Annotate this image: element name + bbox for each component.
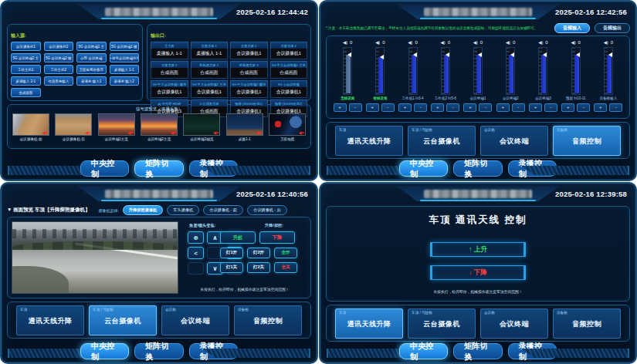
- raise-button[interactable]: 升起: [220, 231, 256, 244]
- input-source-button[interactable]: 录播盒 输入1: [76, 76, 107, 86]
- input-source-button[interactable]: 工作主机2: [44, 65, 74, 74]
- tab-central-control[interactable]: 中央控制: [399, 160, 448, 177]
- light2-off-button[interactable]: 灯2关: [247, 262, 270, 273]
- camera-tab-searchlight[interactable]: 升降探照摄像机: [123, 205, 163, 215]
- lower-button[interactable]: 下降: [259, 231, 295, 244]
- volume-slider[interactable]: [441, 47, 450, 95]
- volume-down-button[interactable]: -: [577, 103, 590, 112]
- all-lights-on-button[interactable]: 全开: [274, 248, 297, 258]
- preview-thumbnail[interactable]: ◀×会议终端2主流: [141, 113, 178, 141]
- input-source-button[interactable]: 5G 会议终端1 辅: [110, 42, 140, 51]
- volume-slider[interactable]: [408, 47, 418, 95]
- light1-off-button[interactable]: 灯1关: [220, 262, 243, 273]
- tab-central-control[interactable]: 中央控制: [80, 343, 129, 359]
- input-source-button[interactable]: 信息发布输入: [44, 76, 74, 86]
- volume-slider[interactable]: [538, 47, 547, 95]
- volume-up-button[interactable]: +: [529, 103, 542, 112]
- tab-matrix-switch[interactable]: 矩阵切换: [453, 343, 502, 359]
- pan-left-button[interactable]: <: [188, 247, 204, 259]
- module-audio-control[interactable]: 设备舱音频控制: [553, 126, 621, 156]
- preview-thumbnail[interactable]: ◀×会议终端1主流: [98, 113, 135, 141]
- input-source-button[interactable]: 工作主机1: [11, 65, 41, 74]
- volume-up-button[interactable]: +: [431, 103, 444, 112]
- preview-thumbnail[interactable]: ◀×会议摄像机-后: [55, 113, 92, 141]
- slider-handle[interactable]: [347, 52, 351, 57]
- volume-up-button[interactable]: +: [561, 103, 574, 112]
- module-ptz-camera[interactable]: 车顶 / 驾驶舱云台摄像机: [89, 305, 157, 335]
- antenna-lower-button[interactable]: ↓ 下降: [430, 265, 526, 280]
- camera-tab-conf-rear[interactable]: 会议摄像机 - 后: [247, 205, 287, 215]
- volume-slider[interactable]: [571, 47, 581, 95]
- preview-thumbnail[interactable]: ◀×会议摄像机-前: [12, 113, 49, 141]
- output-value[interactable]: 桌播输入 1-1: [151, 49, 188, 59]
- volume-down-button[interactable]: -: [609, 103, 622, 112]
- slider-handle[interactable]: [576, 52, 580, 57]
- volume-slider[interactable]: [506, 47, 515, 95]
- all-lights-off-button[interactable]: 全关: [274, 262, 297, 273]
- tab-matrix-switch[interactable]: 矩阵切换: [453, 160, 502, 177]
- tab-matrix-switch[interactable]: 矩阵切换: [134, 160, 183, 177]
- slider-handle[interactable]: [543, 52, 547, 57]
- slider-handle[interactable]: [413, 52, 417, 57]
- volume-slider[interactable]: [343, 47, 352, 95]
- input-source-button[interactable]: 录播盒 输入2: [110, 76, 140, 86]
- module-audio-control[interactable]: 设备舱音频控制: [553, 308, 621, 339]
- slider-handle[interactable]: [608, 52, 612, 57]
- input-source-button[interactable]: 会议摄像机2: [44, 42, 74, 51]
- volume-slider[interactable]: [473, 47, 483, 95]
- input-source-button[interactable]: 小型 会议终端: [76, 53, 107, 62]
- module-audio-control[interactable]: 设备舱音频控制: [234, 305, 302, 335]
- input-source-button[interactable]: 卫星电视接收器: [76, 65, 107, 74]
- output-value[interactable]: 会议摄像机1: [151, 87, 188, 98]
- preview-thumbnail[interactable]: ◀×会议终端2辅流: [183, 113, 220, 141]
- slider-handle[interactable]: [446, 52, 449, 57]
- audio-output-button[interactable]: 音频输出: [595, 23, 630, 33]
- output-value[interactable]: 会议摄像机1: [230, 87, 268, 98]
- input-source-button[interactable]: 5G 会议终端2 主: [11, 53, 41, 62]
- output-value[interactable]: 会议摄像机1: [230, 49, 268, 59]
- volume-up-button[interactable]: +: [496, 103, 510, 112]
- preview-thumbnail[interactable]: ◀×桌播1-1: [226, 113, 263, 141]
- slider-handle[interactable]: [510, 52, 514, 57]
- volume-up-button[interactable]: +: [463, 103, 476, 112]
- output-value[interactable]: 桌播输入 1-1: [191, 49, 229, 59]
- module-conference-terminal[interactable]: 会议舱会议终端: [161, 305, 229, 335]
- tab-matrix-switch[interactable]: 矩阵切换: [134, 343, 183, 359]
- volume-down-button[interactable]: -: [512, 103, 525, 112]
- camera-tab-front[interactable]: 车头摄像机: [167, 205, 199, 215]
- input-source-button[interactable]: 5G 会议终端1 主: [76, 42, 107, 51]
- module-antenna-lift[interactable]: 车顶通讯天线升降: [335, 308, 403, 339]
- slider-handle[interactable]: [478, 52, 482, 57]
- input-source-button[interactable]: 桌播输入 2-1: [11, 76, 41, 86]
- output-value[interactable]: 合成画面: [191, 68, 229, 79]
- camera-tab-conf-front[interactable]: 会议摄像机 - 前: [203, 205, 243, 215]
- light1-on-button[interactable]: 灯1开: [220, 248, 243, 258]
- module-ptz-camera[interactable]: 车顶 / 驾驶舱云台摄像机: [408, 308, 476, 339]
- output-value[interactable]: 会议摄像机1: [191, 87, 229, 98]
- audio-input-button[interactable]: 音频输入: [554, 23, 590, 33]
- volume-up-button[interactable]: +: [398, 103, 412, 112]
- output-value[interactable]: 合成画面: [230, 68, 268, 79]
- module-conference-terminal[interactable]: 会议舱会议终端: [480, 308, 548, 339]
- output-value[interactable]: 合成画面: [270, 68, 308, 79]
- volume-down-button[interactable]: -: [414, 103, 427, 112]
- volume-down-button[interactable]: -: [446, 103, 459, 112]
- input-source-button[interactable]: 5G 会议终端2 辅: [44, 53, 74, 62]
- output-value[interactable]: 会议摄像机1: [270, 87, 308, 98]
- zoom-in-button[interactable]: ⊕: [188, 231, 204, 244]
- preview-thumbnail[interactable]: ◀×卫星电视: [269, 113, 306, 141]
- module-antenna-lift[interactable]: 车顶通讯天线升降: [335, 126, 403, 156]
- input-source-button[interactable]: 一体化会议终端节目: [110, 53, 140, 62]
- module-antenna-lift[interactable]: 车顶通讯天线升降: [16, 305, 84, 335]
- input-source-button[interactable]: 会议摄像机1: [11, 42, 41, 51]
- tab-central-control[interactable]: 中央控制: [399, 343, 448, 359]
- volume-down-button[interactable]: -: [349, 103, 362, 112]
- volume-down-button[interactable]: -: [544, 103, 557, 112]
- volume-slider[interactable]: [604, 47, 613, 95]
- volume-up-button[interactable]: +: [594, 103, 607, 112]
- volume-down-button[interactable]: -: [479, 103, 492, 112]
- light2-on-button[interactable]: 灯2开: [247, 248, 270, 258]
- module-ptz-camera[interactable]: 车顶 / 驾驶舱云台摄像机: [408, 126, 476, 156]
- volume-down-button[interactable]: -: [381, 103, 395, 112]
- output-value[interactable]: 会议摄像机1: [270, 49, 308, 59]
